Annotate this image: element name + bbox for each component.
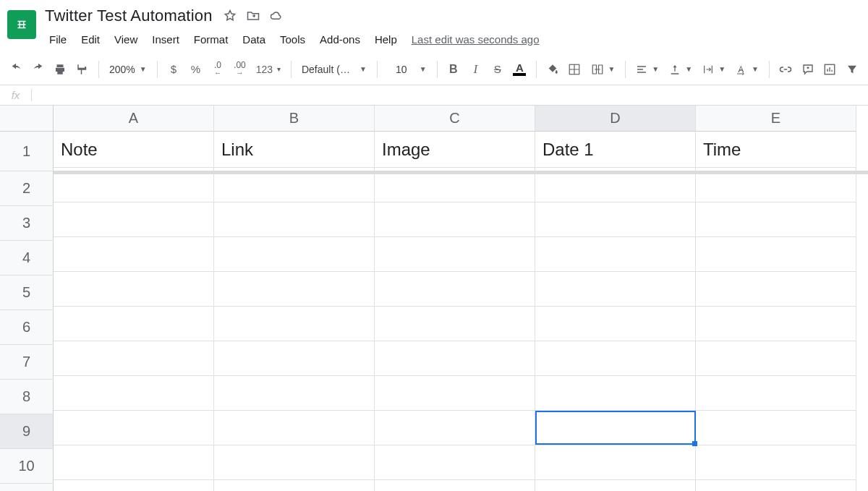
row-header-8[interactable]: 8 — [0, 380, 54, 414]
horizontal-align-button[interactable]: ▼ — [633, 59, 662, 80]
cell-B6[interactable] — [214, 307, 375, 341]
cell-E6[interactable] — [696, 307, 856, 341]
menu-insert[interactable]: Insert — [145, 30, 187, 48]
formula-input[interactable] — [32, 85, 868, 105]
cell-B5[interactable] — [214, 272, 375, 307]
cell-A7[interactable] — [54, 341, 214, 376]
cell-D8[interactable] — [535, 376, 696, 411]
cell-E11[interactable] — [696, 480, 856, 491]
row-header-7[interactable]: 7 — [0, 345, 54, 380]
cell-E3[interactable] — [696, 202, 856, 237]
col-header-B[interactable]: B — [214, 106, 375, 132]
cell-B4[interactable] — [214, 237, 375, 272]
borders-button[interactable] — [566, 59, 584, 80]
cell-D11[interactable] — [535, 480, 696, 491]
cell-E10[interactable] — [696, 445, 856, 480]
cell-A5[interactable] — [54, 272, 214, 307]
frozen-row-divider[interactable] — [54, 171, 868, 174]
vertical-align-button[interactable]: ▼ — [666, 59, 695, 80]
text-color-button[interactable]: A — [511, 59, 529, 80]
print-button[interactable] — [51, 59, 69, 80]
cell-C5[interactable] — [375, 272, 535, 307]
menu-format[interactable]: Format — [187, 30, 236, 48]
last-edit-link[interactable]: Last edit was seconds ago — [412, 33, 540, 46]
cell-C8[interactable] — [375, 376, 535, 411]
row-header-1[interactable]: 1 — [0, 132, 54, 171]
cell-C1[interactable]: Image — [375, 132, 535, 168]
menu-file[interactable]: File — [42, 30, 74, 48]
cell-C4[interactable] — [375, 237, 535, 272]
col-header-D[interactable]: D — [535, 106, 696, 132]
cell-D7[interactable] — [535, 341, 696, 376]
format-currency-button[interactable]: $ — [165, 59, 183, 80]
cell-C10[interactable] — [375, 445, 535, 480]
row-header-3[interactable]: 3 — [0, 206, 54, 241]
cell-D5[interactable] — [535, 272, 696, 307]
cell-B3[interactable] — [214, 202, 375, 237]
move-folder-icon[interactable] — [246, 9, 260, 23]
redo-button[interactable] — [30, 59, 48, 80]
font-family-dropdown[interactable]: Default (Ari…▼ — [299, 59, 370, 80]
cell-A4[interactable] — [54, 237, 214, 272]
cell-A6[interactable] — [54, 307, 214, 341]
bold-button[interactable]: B — [445, 59, 463, 80]
select-all-corner[interactable] — [0, 106, 54, 132]
cell-C6[interactable] — [375, 307, 535, 341]
row-header-10[interactable]: 10 — [0, 449, 54, 484]
menu-data[interactable]: Data — [235, 30, 273, 48]
cell-D4[interactable] — [535, 237, 696, 272]
cell-A8[interactable] — [54, 376, 214, 411]
row-header-6[interactable]: 6 — [0, 310, 54, 345]
row-header-2[interactable]: 2 — [0, 171, 54, 206]
cell-E7[interactable] — [696, 341, 856, 376]
cell-D6[interactable] — [535, 307, 696, 341]
cell-C9[interactable] — [375, 411, 535, 445]
cloud-status-icon[interactable] — [269, 9, 284, 23]
cell-D9[interactable] — [535, 411, 696, 445]
row-header-4[interactable]: 4 — [0, 241, 54, 276]
insert-comment-button[interactable] — [799, 59, 817, 80]
fill-color-button[interactable] — [544, 59, 562, 80]
star-icon[interactable] — [223, 9, 237, 23]
cell-A3[interactable] — [54, 202, 214, 237]
cell-B1[interactable]: Link — [214, 132, 375, 168]
cell-E9[interactable] — [696, 411, 856, 445]
undo-button[interactable] — [7, 59, 25, 80]
format-percent-button[interactable]: % — [187, 59, 205, 80]
row-header-9[interactable]: 9 — [0, 414, 54, 449]
menu-help[interactable]: Help — [367, 30, 404, 48]
font-size-dropdown[interactable]: 10▼ — [385, 59, 430, 80]
sheets-logo-icon[interactable] — [7, 10, 36, 39]
strikethrough-button[interactable]: S — [489, 59, 507, 80]
text-wrap-button[interactable]: ▼ — [699, 59, 728, 80]
cell-A9[interactable] — [54, 411, 214, 445]
cell-C7[interactable] — [375, 341, 535, 376]
col-header-C[interactable]: C — [375, 106, 535, 132]
cell-B8[interactable] — [214, 376, 375, 411]
insert-link-button[interactable] — [777, 59, 795, 80]
merge-cells-button[interactable]: ▼ — [588, 59, 618, 80]
cell-A1[interactable]: Note — [54, 132, 214, 168]
decrease-decimal-button[interactable]: .0← — [209, 59, 227, 80]
increase-decimal-button[interactable]: .00→ — [231, 59, 249, 80]
col-header-A[interactable]: A — [54, 106, 214, 132]
col-header-E[interactable]: E — [696, 106, 856, 132]
menu-edit[interactable]: Edit — [74, 30, 107, 48]
text-rotation-button[interactable]: ▼ — [733, 59, 762, 80]
cell-A11[interactable] — [54, 480, 214, 491]
cell-C11[interactable] — [375, 480, 535, 491]
cell-E8[interactable] — [696, 376, 856, 411]
cell-E4[interactable] — [696, 237, 856, 272]
document-title[interactable]: Twitter Test Automation — [42, 5, 216, 27]
cell-B9[interactable] — [214, 411, 375, 445]
row-header-11[interactable]: 11 — [0, 484, 54, 491]
row-header-5[interactable]: 5 — [0, 276, 54, 310]
cell-A10[interactable] — [54, 445, 214, 480]
menu-view[interactable]: View — [107, 30, 145, 48]
cell-B7[interactable] — [214, 341, 375, 376]
menu-addons[interactable]: Add-ons — [312, 30, 367, 48]
number-format-dropdown[interactable]: 123▾ — [253, 59, 284, 80]
zoom-dropdown[interactable]: 200%▼ — [106, 59, 150, 80]
cell-E1[interactable]: Time — [696, 132, 856, 168]
cell-D1[interactable]: Date 1 — [535, 132, 696, 168]
